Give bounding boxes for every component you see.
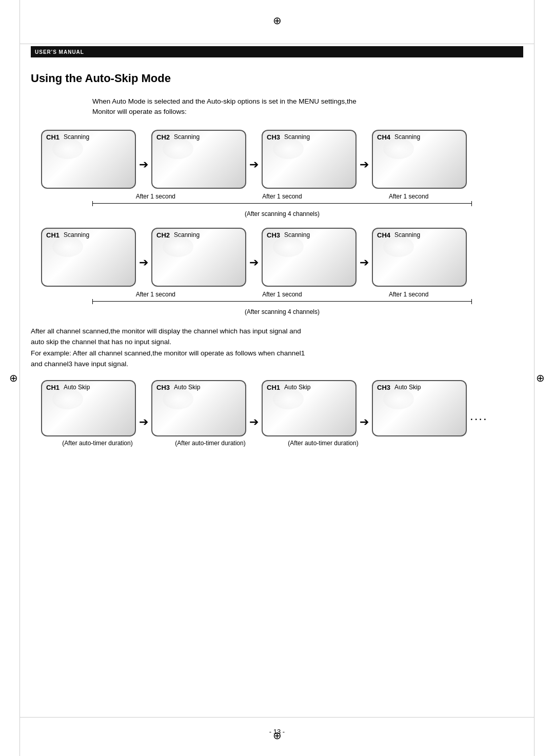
as-ch1b-label: CH1 [267,384,280,391]
main-content: Using the Auto-Skip Mode When Auto Mode … [31,67,523,715]
as-ch1b-mode: Auto Skip [284,384,310,391]
channels-note-2: (After scanning 4 channels) [41,308,523,315]
intro-text: When Auto Mode is selected and the Auto-… [92,96,523,117]
arrow-1-2: ➔ [139,158,148,171]
monitor-box-as-1: CH1 Auto Skip [41,380,136,436]
as-ch1-mode: Auto Skip [64,384,90,391]
monitor-autoskip-ch1-1: CH1 Auto Skip [41,380,136,436]
monitor-autoskip-ch3-1: CH3 Auto Skip [151,380,246,436]
as-timing-1: (After auto-timer duration) [41,440,154,447]
diagram-section-2: CH1 Scanning ➔ CH2 Scanning ➔ [31,228,523,315]
monitor-box-ch2-1: CH2 Scanning [151,130,246,189]
as-timing-3: (After auto-timer duration) [267,440,380,447]
ch2-mode-2: Scanning [174,231,200,238]
ch1-mode-1: Scanning [64,133,89,141]
arrow-d2-1-2: ➔ [139,256,148,269]
monitor-group-ch1-1: CH1 Scanning [41,130,136,189]
desc-line2: auto skip the channel that has no input … [31,336,523,348]
reg-mark-left: ⊕ [9,372,18,384]
as-ch3-mode: Auto Skip [174,384,200,391]
auto-skip-monitors: CH1 Auto Skip ➔ CH3 Auto Skip ➔ [41,380,523,436]
monitor-group-ch3-2: CH3 Scanning [262,228,357,287]
monitor-group-ch1-2: CH1 Scanning [41,228,136,287]
desc-line3: For example: After all channel scanned,t… [31,348,523,359]
intro-line1: When Auto Mode is selected and the Auto-… [92,96,523,107]
top-line [19,44,535,44]
arrow-d2-2-3: ➔ [249,256,259,269]
timing-2-2: After 1 second [262,291,302,298]
timing-1-1: After 1 second [136,193,175,200]
ch3-label-2: CH3 [267,231,280,239]
as-ch3-label: CH3 [156,384,170,391]
bottom-line [19,717,535,718]
monitor-box-ch3-2: CH3 Scanning [262,228,357,287]
monitor-group-ch3-1: CH3 Scanning [262,130,357,189]
ch1-mode-2: Scanning [64,231,89,238]
timing-1-3: After 1 second [389,193,428,200]
arrow-as-1-2: ➔ [139,415,148,429]
diagram-section-1: CH1 Scanning ➔ CH2 Scanning ➔ [31,130,523,217]
monitor-autoskip-ch1-2: CH1 Auto Skip [262,380,357,436]
monitor-box-ch1-1: CH1 Scanning [41,130,136,189]
description-text: After all channel scanned,the monitor wi… [31,326,523,370]
ch4-mode-1: Scanning [394,133,420,141]
ch2-mode-1: Scanning [174,133,200,141]
monitors-row-2: CH1 Scanning ➔ CH2 Scanning ➔ [41,228,523,287]
monitor-group-ch2-1: CH2 Scanning [151,130,246,189]
as-timing-2: (After auto-timer duration) [154,440,267,447]
monitor-box-as-4: CH3 Auto Skip [372,380,467,436]
arrow-as-2-3: ➔ [249,415,259,429]
arrow-d2-3-4: ➔ [360,256,369,269]
monitor-group-ch4-2: CH4 Scanning [372,228,467,287]
header-label: USER'S MANUAL [35,49,84,55]
ch4-label-2: CH4 [377,231,390,239]
ch3-label-1: CH3 [267,133,280,141]
ch4-label-1: CH4 [377,133,390,141]
page-number: - 13 - [269,728,285,735]
page-border-left [19,0,20,756]
reg-mark-right: ⊕ [536,372,545,384]
monitor-box-as-2: CH3 Auto Skip [151,380,246,436]
continuation-dots: .... [470,409,488,423]
timing-bracket-2: After 1 second After 1 second After 1 se… [41,290,523,305]
desc-line4: and channel3 have input signal. [31,359,523,370]
as-ch3b-mode: Auto Skip [394,384,421,391]
auto-skip-section: CH1 Auto Skip ➔ CH3 Auto Skip ➔ [31,380,523,447]
intro-line2: Monitor will operate as follows: [92,107,523,117]
monitor-autoskip-ch3-2: CH3 Auto Skip [372,380,467,436]
auto-skip-timing: (After auto-timer duration) (After auto-… [41,440,523,447]
timing-bracket-1: After 1 second After 1 second After 1 se… [41,192,523,207]
ch3-mode-1: Scanning [284,133,310,141]
ch2-label-1: CH2 [156,133,170,141]
ch4-mode-2: Scanning [394,231,420,238]
monitor-group-ch4-1: CH4 Scanning [372,130,467,189]
monitor-box-ch2-2: CH2 Scanning [151,228,246,287]
timing-2-1: After 1 second [136,291,175,298]
monitor-group-ch2-2: CH2 Scanning [151,228,246,287]
desc-line1: After all channel scanned,the monitor wi… [31,326,523,337]
arrow-as-3-4: ➔ [360,415,369,429]
monitor-box-ch1-2: CH1 Scanning [41,228,136,287]
timing-2-3: After 1 second [389,291,428,298]
page-title: Using the Auto-Skip Mode [31,72,523,85]
as-ch1-label: CH1 [46,384,60,391]
monitor-box-ch4-2: CH4 Scanning [372,228,467,287]
ch3-mode-2: Scanning [284,231,310,238]
page-border-right [534,0,535,756]
channels-note-1: (After scanning 4 channels) [41,210,523,217]
reg-mark-top: ⊕ [273,14,282,27]
monitor-box-as-3: CH1 Auto Skip [262,380,357,436]
ch1-label-1: CH1 [46,133,60,141]
timing-1-2: After 1 second [262,193,302,200]
arrow-3-4: ➔ [360,158,369,171]
monitors-row-1: CH1 Scanning ➔ CH2 Scanning ➔ [41,130,523,189]
as-ch3b-label: CH3 [377,384,390,391]
ch2-label-2: CH2 [156,231,170,239]
monitor-box-ch3-1: CH3 Scanning [262,130,357,189]
arrow-2-3: ➔ [249,158,259,171]
header-bar: USER'S MANUAL [31,46,523,57]
ch1-label-2: CH1 [46,231,60,239]
monitor-box-ch4-1: CH4 Scanning [372,130,467,189]
